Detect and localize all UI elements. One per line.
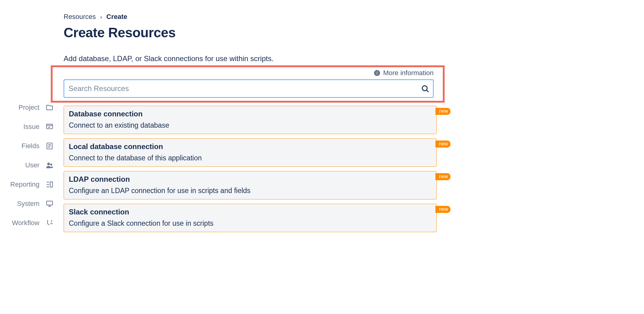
svg-point-3 [50,163,52,166]
workflow-icon [46,219,54,227]
new-badge: new [435,206,450,213]
users-icon [46,161,54,169]
sidebar-item-project[interactable]: Project [0,98,57,117]
resource-title: LDAP connection [69,175,431,184]
svg-rect-0 [46,124,53,129]
fields-icon [46,142,54,150]
resource-description: Configure a Slack connection for use in … [69,219,431,228]
more-information-label: More information [383,69,434,77]
sidebar-item-label: User [25,161,39,169]
resource-card-slack-connection[interactable]: Slack connection Configure a Slack conne… [64,204,437,232]
svg-point-2 [47,162,50,165]
sidebar-item-label: Project [19,104,39,111]
page-description: Add database, LDAP, or Slack connections… [64,54,644,63]
issue-icon [46,123,54,131]
new-badge: new [435,141,450,148]
sidebar-item-reporting[interactable]: Reporting [0,175,57,194]
breadcrumb: Resources › Create [64,0,644,21]
svg-rect-4 [50,182,53,187]
resource-description: Configure an LDAP connection for use in … [69,187,431,195]
system-icon [46,200,54,208]
search-highlight-box: i More information [51,65,445,103]
sidebar-item-label: Issue [23,123,39,131]
page-title: Create Resources [64,25,644,40]
sidebar-item-system[interactable]: System [0,194,57,213]
sidebar-item-user[interactable]: User [0,155,57,175]
svg-rect-5 [46,201,53,205]
breadcrumb-root[interactable]: Resources [64,13,96,21]
folder-icon [46,104,54,111]
info-icon: i [374,70,380,76]
chevron-right-icon: › [100,13,102,20]
sidebar-item-issue[interactable]: Issue [0,117,57,136]
search-wrapper [64,79,434,98]
main-content: Resources › Create Create Resources Add … [64,0,644,232]
sidebar-item-workflow[interactable]: Workflow [0,213,57,232]
sidebar-item-label: Fields [21,142,39,150]
search-input[interactable] [64,79,434,98]
new-badge: new [435,173,450,180]
resource-description: Connect to the database of this applicat… [69,154,431,162]
new-badge: new [435,108,450,115]
resource-title: Local database connection [69,142,431,151]
sidebar-item-fields[interactable]: Fields [0,136,57,155]
reporting-icon [46,181,54,188]
sidebar-item-label: Workflow [12,219,39,227]
resource-title: Slack connection [69,208,431,216]
resource-card-ldap-connection[interactable]: LDAP connection Configure an LDAP connec… [64,171,437,199]
sidebar-item-label: Reporting [10,181,39,188]
breadcrumb-current: Create [106,13,127,21]
resource-title: Database connection [69,110,431,118]
sidebar-item-label: System [17,200,39,208]
resource-card-local-database-connection[interactable]: Local database connection Connect to the… [64,138,437,167]
resource-card-database-connection[interactable]: Database connection Connect to an existi… [64,106,437,134]
more-information-link[interactable]: i More information [64,69,434,77]
sidebar: Project Issue Fields User Reporting Syst… [0,0,57,232]
resource-list: Database connection Connect to an existi… [64,106,437,232]
resource-description: Connect to an existing database [69,121,431,130]
search-icon[interactable] [421,84,429,93]
